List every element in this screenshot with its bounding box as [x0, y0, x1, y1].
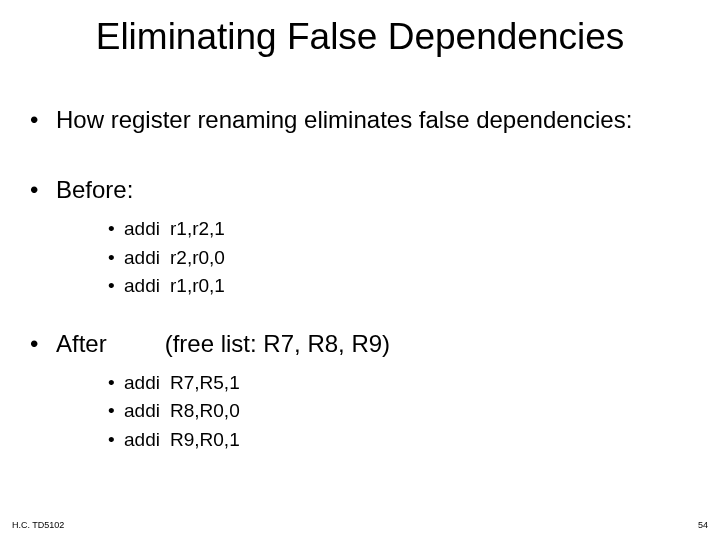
- footer-page-number: 54: [698, 520, 708, 530]
- opcode: addi: [124, 272, 170, 301]
- before-heading: •Before:: [30, 175, 690, 205]
- after-note: (free list: R7, R8, R9): [165, 329, 390, 359]
- bullet-dot-icon: •: [30, 175, 56, 205]
- code-line: •addiR7,R5,1: [108, 369, 690, 398]
- code-line: •addir1,r2,1: [108, 215, 690, 244]
- code-line: •addiR9,R0,1: [108, 426, 690, 455]
- slide: Eliminating False Dependencies •How regi…: [0, 0, 720, 540]
- content-area: •How register renaming eliminates false …: [30, 105, 690, 482]
- footer-course-code: H.C. TD5102: [12, 520, 64, 530]
- before-code-block: •addir1,r2,1 •addir2,r0,0 •addir1,r0,1: [108, 215, 690, 301]
- operands: r1,r2,1: [170, 215, 225, 244]
- slide-title: Eliminating False Dependencies: [0, 16, 720, 58]
- before-label: Before:: [56, 175, 133, 205]
- after-code-block: •addiR7,R5,1 •addiR8,R0,0 •addiR9,R0,1: [108, 369, 690, 455]
- bullet-dot-icon: •: [108, 215, 124, 244]
- bullet-dot-icon: •: [108, 397, 124, 426]
- operands: R8,R0,0: [170, 397, 240, 426]
- bullet-intro: •How register renaming eliminates false …: [30, 105, 690, 135]
- opcode: addi: [124, 397, 170, 426]
- code-line: •addir2,r0,0: [108, 244, 690, 273]
- opcode: addi: [124, 369, 170, 398]
- bullet-intro-text: How register renaming eliminates false d…: [56, 105, 676, 135]
- after-label: After: [56, 329, 107, 359]
- operands: r1,r0,1: [170, 272, 225, 301]
- after-heading: •After(free list: R7, R8, R9): [30, 329, 690, 359]
- code-line: •addiR8,R0,0: [108, 397, 690, 426]
- operands: R7,R5,1: [170, 369, 240, 398]
- bullet-dot-icon: •: [108, 369, 124, 398]
- operands: r2,r0,0: [170, 244, 225, 273]
- opcode: addi: [124, 215, 170, 244]
- bullet-dot-icon: •: [108, 426, 124, 455]
- code-line: •addir1,r0,1: [108, 272, 690, 301]
- operands: R9,R0,1: [170, 426, 240, 455]
- bullet-dot-icon: •: [30, 105, 56, 135]
- bullet-dot-icon: •: [108, 244, 124, 273]
- bullet-dot-icon: •: [108, 272, 124, 301]
- opcode: addi: [124, 244, 170, 273]
- bullet-dot-icon: •: [30, 329, 56, 359]
- opcode: addi: [124, 426, 170, 455]
